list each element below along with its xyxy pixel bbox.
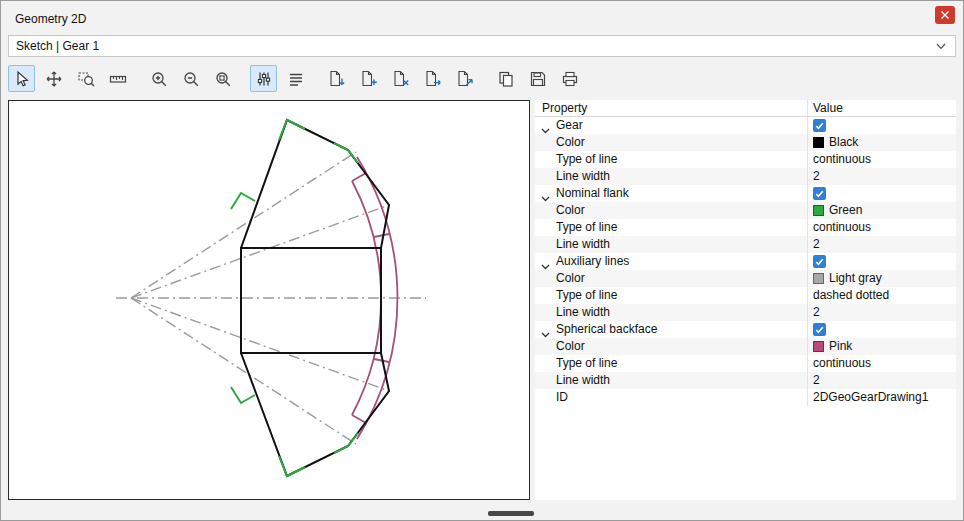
zoom-window-tool-button[interactable] — [72, 65, 99, 92]
chevron-down-icon[interactable] — [541, 326, 550, 338]
pan-tool-button[interactable] — [40, 65, 67, 92]
property-value: Green — [829, 202, 862, 219]
document-delete-icon — [391, 70, 410, 88]
property-label: Type of line — [535, 151, 807, 168]
move-icon — [45, 70, 63, 88]
copy-icon — [497, 70, 515, 88]
horizontal-scrollbar-thumb[interactable] — [488, 511, 534, 516]
property-row[interactable]: Color Pink — [535, 338, 956, 355]
property-value: 2DGeoGearDrawing1 — [813, 389, 928, 406]
sketch-selector-value: Sketch | Gear 1 — [16, 39, 99, 53]
auxiliary-lines-visibility-checkbox[interactable] — [813, 255, 826, 268]
property-value: Black — [829, 134, 858, 151]
group-row-nominal-flank[interactable]: Nominal flank — [535, 185, 956, 202]
property-row[interactable]: Color Light gray — [535, 270, 956, 287]
property-value: 2 — [813, 304, 820, 321]
delete-view-button[interactable] — [387, 65, 414, 92]
property-value: continuous — [813, 151, 871, 168]
save-button[interactable] — [524, 65, 551, 92]
property-label: Line width — [535, 168, 807, 185]
property-value: continuous — [813, 355, 871, 372]
measure-tool-button[interactable] — [104, 65, 131, 92]
export-report-button[interactable] — [451, 65, 478, 92]
titlebar: Geometry 2D — [1, 1, 963, 35]
group-row-spherical-backface[interactable]: Spherical backface — [535, 321, 956, 338]
add-view-button[interactable] — [355, 65, 382, 92]
property-value: 2 — [813, 236, 820, 253]
zoom-in-tool-button[interactable] — [145, 65, 172, 92]
document-report-icon — [455, 70, 474, 88]
chevron-down-icon[interactable] — [541, 190, 550, 202]
properties-header: Property Value — [535, 100, 956, 117]
select-icon — [13, 70, 31, 88]
property-row[interactable]: Line width 2 — [535, 168, 956, 185]
property-row[interactable]: Type of line continuous — [535, 355, 956, 372]
property-value: dashed dotted — [813, 287, 889, 304]
property-row[interactable]: Line width 2 — [535, 236, 956, 253]
property-label: Type of line — [535, 355, 807, 372]
header-property: Property — [535, 100, 807, 116]
copy-button[interactable] — [492, 65, 519, 92]
group-row-auxiliary-lines[interactable]: Auxiliary lines — [535, 253, 956, 270]
zoom-out-tool-button[interactable] — [177, 65, 204, 92]
property-value: Light gray — [829, 270, 882, 287]
main-area: Property Value Gear Color — [8, 100, 956, 500]
color-swatch — [813, 137, 824, 148]
id-row[interactable]: ID 2DGeoGearDrawing1 — [535, 389, 956, 406]
property-row[interactable]: Color Green — [535, 202, 956, 219]
gear-drawing — [9, 101, 529, 499]
sketch-selector[interactable]: Sketch | Gear 1 — [8, 35, 956, 57]
property-row[interactable]: Type of line continuous — [535, 151, 956, 168]
zoom-fit-tool-button[interactable] — [209, 65, 236, 92]
header-value: Value — [807, 100, 956, 116]
property-value: Pink — [829, 338, 852, 355]
property-label: Color — [535, 134, 807, 151]
chevron-down-icon — [936, 43, 946, 50]
property-label: Line width — [535, 372, 807, 389]
save-icon — [529, 70, 547, 88]
property-label: Type of line — [535, 287, 807, 304]
group-label: Spherical backface — [556, 322, 657, 336]
property-value: 2 — [813, 372, 820, 389]
layer-list-button[interactable] — [282, 65, 309, 92]
properties-toggle-button[interactable] — [250, 65, 277, 92]
print-icon — [561, 70, 579, 88]
group-label: Nominal flank — [556, 186, 629, 200]
group-label: Auxiliary lines — [556, 254, 629, 268]
property-row[interactable]: Type of line continuous — [535, 219, 956, 236]
zoom-in-icon — [150, 70, 168, 88]
close-button[interactable] — [935, 6, 955, 24]
geometry-2d-window: { "window": { "title": "Geometry 2D" }, … — [0, 0, 964, 521]
property-value: continuous — [813, 219, 871, 236]
property-row[interactable]: Line width 2 — [535, 372, 956, 389]
property-value: 2 — [813, 168, 820, 185]
color-swatch — [813, 341, 824, 352]
document-add-icon — [359, 70, 378, 88]
list-icon — [287, 70, 305, 88]
property-label: Color — [535, 270, 807, 287]
property-row[interactable]: Type of line dashed dotted — [535, 287, 956, 304]
color-swatch — [813, 205, 824, 216]
property-label: Color — [535, 338, 807, 355]
group-row-gear[interactable]: Gear — [535, 117, 956, 134]
nominal-flank-visibility-checkbox[interactable] — [813, 187, 826, 200]
property-label: Line width — [535, 236, 807, 253]
sliders-icon — [255, 70, 273, 88]
chevron-down-icon[interactable] — [541, 122, 550, 134]
toolbar — [1, 57, 963, 99]
select-tool-button[interactable] — [8, 65, 35, 92]
property-row[interactable]: Color Black — [535, 134, 956, 151]
properties-rows: Gear Color Black Type of line continuous — [535, 117, 956, 406]
ruler-icon — [109, 70, 127, 88]
chevron-down-icon[interactable] — [541, 258, 550, 270]
document-export-icon — [423, 70, 442, 88]
print-button[interactable] — [556, 65, 583, 92]
property-label: Color — [535, 202, 807, 219]
gear-visibility-checkbox[interactable] — [813, 119, 826, 132]
save-view-button[interactable] — [323, 65, 350, 92]
spherical-backface-visibility-checkbox[interactable] — [813, 323, 826, 336]
export-document-button[interactable] — [419, 65, 446, 92]
property-label: Type of line — [535, 219, 807, 236]
drawing-canvas[interactable] — [8, 100, 530, 500]
property-row[interactable]: Line width 2 — [535, 304, 956, 321]
